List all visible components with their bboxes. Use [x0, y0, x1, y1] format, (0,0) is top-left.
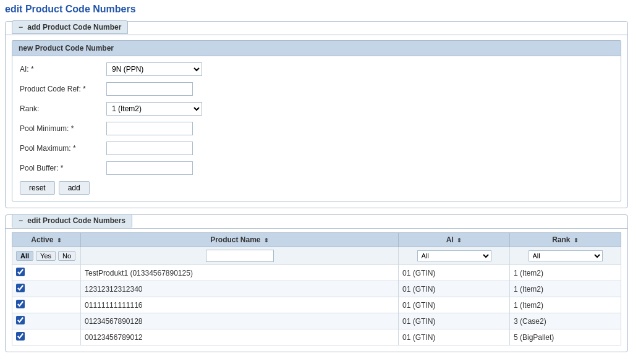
col-active[interactable]: Active ⇕	[12, 233, 81, 247]
table-row: 0123456789012801 (GTIN)3 (Case2)	[12, 313, 621, 329]
active-checkbox[interactable]	[16, 284, 25, 292]
filter-product-name-cell	[81, 247, 399, 265]
col-product-name[interactable]: Product Name ⇕	[81, 233, 399, 247]
sort-ai-icon: ⇕	[457, 237, 462, 243]
ai-select[interactable]: 9N (PPN) 01 (GTIN) 02 (CONTENT) 10 (LOT)…	[106, 62, 202, 76]
cell-product-name: 00123456789012	[81, 329, 399, 345]
reset-button[interactable]: reset	[20, 181, 55, 195]
filter-active-all[interactable]: All	[16, 251, 33, 261]
add-inner-panel: new Product Code Number AI: * 9N (PPN) 0…	[12, 40, 621, 201]
table-row: 0111111111111601 (GTIN)1 (Item2)	[12, 297, 621, 313]
pool-minimum-input[interactable]: 0	[106, 122, 193, 135]
table-header-row: Active ⇕ Product Name ⇕ AI ⇕ Rank ⇕	[12, 233, 621, 247]
cell-rank: 1 (Item2)	[510, 281, 621, 297]
active-checkbox[interactable]	[16, 332, 25, 341]
filter-ai-select[interactable]: All 01 (GTIN) 9N (PPN)	[417, 250, 491, 261]
product-code-ref-input[interactable]	[106, 82, 193, 96]
pool-minimum-control: 0	[106, 122, 193, 135]
edit-table: Active ⇕ Product Name ⇕ AI ⇕ Rank ⇕	[12, 232, 621, 345]
cell-ai: 01 (GTIN)	[399, 281, 510, 297]
active-checkbox[interactable]	[16, 268, 25, 276]
collapse-icon: −	[19, 23, 23, 32]
collapse-icon-edit: −	[19, 216, 23, 225]
cell-rank: 5 (BigPallet)	[510, 329, 621, 345]
add-form: AI: * 9N (PPN) 01 (GTIN) 02 (CONTENT) 10…	[12, 56, 621, 201]
table-row: 0012345678901201 (GTIN)5 (BigPallet)	[12, 329, 621, 345]
page-title: edit Product Code Numbers	[0, 0, 633, 17]
product-code-ref-control	[106, 82, 193, 96]
col-active-label: Active	[31, 235, 53, 244]
table-row: 1231231231234001 (GTIN)1 (Item2)	[12, 281, 621, 297]
pool-buffer-input[interactable]: 0	[106, 161, 193, 175]
cell-ai: 01 (GTIN)	[399, 313, 510, 329]
sort-active-icon: ⇕	[57, 237, 62, 243]
pool-minimum-label: Pool Minimum: *	[20, 124, 106, 133]
cell-product-name: 01234567890128	[81, 313, 399, 329]
table-filter-row: All Yes No All	[12, 247, 621, 265]
cell-product-name: 12312312312340	[81, 281, 399, 297]
add-section: − add Product Code Number new Product Co…	[5, 21, 628, 208]
cell-ai: 01 (GTIN)	[399, 329, 510, 345]
pool-maximum-control: 0	[106, 142, 193, 155]
sort-rank-icon: ⇕	[574, 237, 579, 243]
add-section-header[interactable]: − add Product Code Number	[12, 20, 128, 34]
col-rank[interactable]: Rank ⇕	[510, 233, 621, 247]
cell-ai: 01 (GTIN)	[399, 297, 510, 313]
cell-active	[12, 265, 81, 281]
filter-active-yes[interactable]: Yes	[36, 251, 56, 261]
rank-control: 1 (Item2) 2 (Item1) 3 (Case2) 4 (Case1) …	[106, 102, 202, 116]
cell-active	[12, 297, 81, 313]
product-code-ref-label: Product Code Ref: *	[20, 85, 106, 93]
edit-section-header[interactable]: − edit Product Code Numbers	[12, 214, 132, 227]
cell-rank: 3 (Case2)	[510, 313, 621, 329]
pool-buffer-row: Pool Buffer: * 0	[20, 161, 613, 175]
product-code-ref-row: Product Code Ref: *	[20, 82, 613, 96]
cell-rank: 1 (Item2)	[510, 297, 621, 313]
cell-ai: 01 (GTIN)	[399, 265, 510, 281]
ai-row: AI: * 9N (PPN) 01 (GTIN) 02 (CONTENT) 10…	[20, 62, 613, 76]
add-section-title: add Product Code Number	[27, 23, 121, 32]
filter-active-cell: All Yes No	[12, 247, 81, 265]
cell-active	[12, 281, 81, 297]
add-form-buttons: reset add	[20, 181, 613, 195]
rank-select[interactable]: 1 (Item2) 2 (Item1) 3 (Case2) 4 (Case1) …	[106, 102, 202, 116]
col-ai-label: AI	[446, 235, 454, 244]
filter-rank-cell: All 1 (Item2) 3 (Case2) 5 (BigPallet)	[510, 247, 621, 265]
table-row: TestProdukt1 (01334567890125)01 (GTIN)1 …	[12, 265, 621, 281]
edit-section-title: edit Product Code Numbers	[27, 216, 125, 225]
cell-rank: 1 (Item2)	[510, 265, 621, 281]
col-ai[interactable]: AI ⇕	[399, 233, 510, 247]
cell-active	[12, 329, 81, 345]
edit-table-body: TestProdukt1 (01334567890125)01 (GTIN)1 …	[12, 265, 621, 345]
edit-section: − edit Product Code Numbers Active ⇕ Pro…	[5, 214, 628, 352]
col-product-name-label: Product Name	[210, 235, 260, 244]
pool-maximum-row: Pool Maximum: * 0	[20, 142, 613, 155]
rank-label: Rank:	[20, 104, 106, 113]
pool-buffer-label: Pool Buffer: *	[20, 164, 106, 172]
sort-product-name-icon: ⇕	[264, 237, 269, 243]
pool-maximum-label: Pool Maximum: *	[20, 144, 106, 153]
active-checkbox[interactable]	[16, 300, 25, 308]
pool-maximum-input[interactable]: 0	[106, 142, 193, 155]
pool-minimum-row: Pool Minimum: * 0	[20, 122, 613, 135]
rank-row: Rank: 1 (Item2) 2 (Item1) 3 (Case2) 4 (C…	[20, 102, 613, 116]
col-rank-label: Rank	[552, 235, 570, 244]
edit-table-wrapper: Active ⇕ Product Name ⇕ AI ⇕ Rank ⇕	[6, 228, 627, 352]
filter-ai-cell: All 01 (GTIN) 9N (PPN)	[399, 247, 510, 265]
cell-product-name: 01111111111116	[81, 297, 399, 313]
ai-control: 9N (PPN) 01 (GTIN) 02 (CONTENT) 10 (LOT)…	[106, 62, 202, 76]
filter-active-no[interactable]: No	[58, 251, 75, 261]
add-button[interactable]: add	[59, 181, 90, 195]
cell-active	[12, 313, 81, 329]
filter-rank-select[interactable]: All 1 (Item2) 3 (Case2) 5 (BigPallet)	[529, 250, 603, 261]
add-panel-title: new Product Code Number	[12, 41, 621, 56]
filter-product-name-input[interactable]	[206, 250, 274, 262]
cell-product-name: TestProdukt1 (01334567890125)	[81, 265, 399, 281]
add-section-body: new Product Code Number AI: * 9N (PPN) 0…	[6, 35, 627, 208]
pool-buffer-control: 0	[106, 161, 193, 175]
active-checkbox[interactable]	[16, 316, 25, 324]
ai-label: AI: *	[20, 65, 106, 74]
